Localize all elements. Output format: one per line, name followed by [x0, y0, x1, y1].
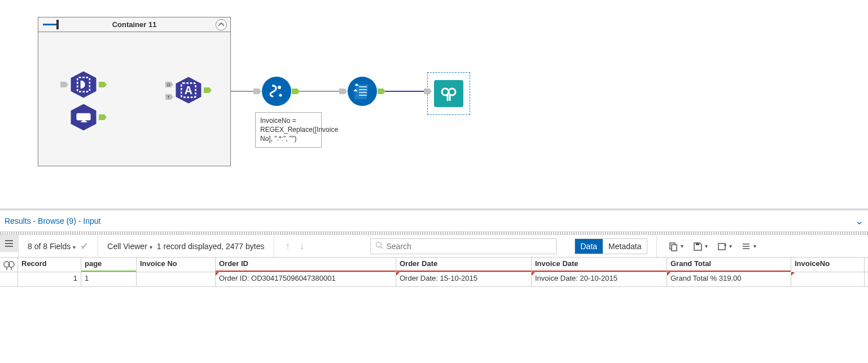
- cell-order-id[interactable]: Order ID: OD304175096047380001: [216, 272, 396, 286]
- fields-selector[interactable]: 8 of 8 Fields: [28, 242, 76, 251]
- cell-viewer-selector[interactable]: Cell Viewer: [107, 242, 152, 251]
- browse-icon-col[interactable]: [0, 258, 18, 272]
- search-input[interactable]: [387, 242, 551, 251]
- svg-marker-14: [204, 87, 212, 93]
- container-collapse-button[interactable]: [216, 19, 227, 30]
- svg-marker-18: [253, 88, 261, 94]
- results-panel-header[interactable]: Results - Browse (9) - Input ⌄: [0, 210, 868, 232]
- col-header-invoice-no[interactable]: Invoice No: [137, 258, 216, 272]
- row-left-gutter: [0, 272, 18, 286]
- results-toolbar: 8 of 8 Fields ✔ Cell Viewer 1 record dis…: [0, 235, 868, 258]
- workflow-canvas[interactable]: Container 11: [0, 0, 868, 209]
- input-port-t-icon: T: [165, 93, 173, 101]
- formula-annotation: InvoiceNo = REGEX_Replace([Invoice No], …: [255, 112, 322, 148]
- col-header-invoiceno2[interactable]: InvoiceNo: [791, 258, 865, 272]
- cell-record[interactable]: 1: [18, 272, 81, 286]
- search-box[interactable]: [370, 238, 556, 254]
- results-left-tabs: [0, 235, 18, 257]
- svg-text:D: D: [167, 82, 170, 87]
- browse-tool[interactable]: [433, 78, 464, 109]
- cell-order-date[interactable]: Order Date: 15-10-2015: [396, 272, 532, 286]
- image-to-text-tool[interactable]: A D T: [173, 74, 204, 106]
- svg-rect-33: [5, 243, 13, 244]
- svg-text:T: T: [167, 95, 170, 100]
- grid-header-row: Record page Invoice No Order ID Order Da…: [0, 258, 868, 272]
- cell-invoiceno2[interactable]: [791, 272, 865, 286]
- copy-menu-icon[interactable]: [666, 241, 686, 251]
- input-port-icon: [339, 87, 347, 95]
- results-title: Results - Browse (9) - Input: [5, 216, 100, 225]
- svg-rect-32: [5, 240, 13, 241]
- settings-menu-icon[interactable]: [739, 241, 759, 251]
- output-port-icon: [292, 87, 300, 95]
- input-port-icon: [60, 81, 68, 88]
- svg-rect-40: [718, 244, 725, 250]
- col-header-grand-total[interactable]: Grand Total: [667, 258, 791, 272]
- container-header[interactable]: Container 11: [38, 17, 230, 32]
- input-port-icon: [253, 87, 261, 95]
- col-header-order-date[interactable]: Order Date: [396, 258, 532, 272]
- container-type-icon: [43, 20, 59, 29]
- svg-text:A: A: [185, 84, 192, 96]
- col-header-record[interactable]: Record: [18, 258, 81, 272]
- nav-up-icon[interactable]: ↑: [283, 240, 293, 252]
- output-port-icon: [204, 86, 212, 94]
- browse-input-port-icon: [424, 87, 432, 95]
- cell-invoice-date[interactable]: Invoice Date: 20-10-2015: [532, 272, 667, 286]
- svg-rect-38: [672, 245, 677, 251]
- svg-point-16: [279, 94, 282, 97]
- svg-point-17: [272, 85, 274, 87]
- svg-rect-39: [696, 243, 699, 245]
- browse-tool-selection: [427, 72, 470, 115]
- image-input-tool[interactable]: [68, 69, 99, 100]
- data-cleansing-tool[interactable]: [347, 76, 378, 107]
- table-row[interactable]: 1 1 Order ID: OD304175096047380001 Order…: [0, 272, 868, 287]
- input-port-d-icon: D: [165, 81, 173, 88]
- search-icon: [375, 241, 383, 251]
- messages-tab-icon[interactable]: [0, 235, 18, 252]
- data-metadata-toggle[interactable]: Data Metadata: [575, 238, 648, 254]
- svg-marker-2: [60, 82, 68, 87]
- col-header-invoice-date[interactable]: Invoice Date: [532, 258, 667, 272]
- apply-check-icon[interactable]: ✔: [80, 240, 89, 253]
- chevron-down-icon[interactable]: ⌄: [855, 215, 863, 227]
- svg-line-36: [380, 247, 383, 249]
- col-header-page[interactable]: page: [81, 258, 137, 272]
- records-info: 1 record displayed, 2477 bytes: [157, 242, 265, 251]
- cell-page[interactable]: 1: [81, 272, 137, 286]
- svg-marker-25: [339, 88, 347, 94]
- svg-marker-31: [424, 88, 432, 94]
- svg-marker-19: [292, 88, 300, 94]
- svg-marker-3: [99, 82, 107, 87]
- svg-rect-34: [5, 246, 13, 247]
- image-template-tool[interactable]: [68, 101, 99, 133]
- svg-marker-26: [378, 88, 385, 94]
- svg-point-35: [376, 242, 381, 247]
- output-port-icon: [99, 113, 107, 121]
- container-title: Container 11: [38, 20, 230, 29]
- output-port-icon: [99, 81, 107, 88]
- svg-rect-5: [76, 113, 90, 121]
- save-menu-icon[interactable]: [690, 241, 710, 251]
- formula-tool[interactable]: [261, 76, 292, 107]
- new-window-menu-icon[interactable]: [714, 241, 734, 251]
- results-grid[interactable]: Record page Invoice No Order ID Order Da…: [0, 258, 868, 287]
- nav-down-icon[interactable]: ↓: [297, 240, 307, 252]
- data-tab[interactable]: Data: [575, 239, 603, 254]
- cell-invoice-no[interactable]: [137, 272, 216, 286]
- col-header-order-id[interactable]: Order ID: [216, 258, 396, 272]
- cell-grand-total[interactable]: Grand Total % 319.00: [667, 272, 791, 286]
- output-port-icon: [378, 87, 385, 95]
- svg-marker-6: [99, 114, 107, 120]
- svg-point-15: [278, 86, 281, 89]
- metadata-tab[interactable]: Metadata: [603, 239, 647, 254]
